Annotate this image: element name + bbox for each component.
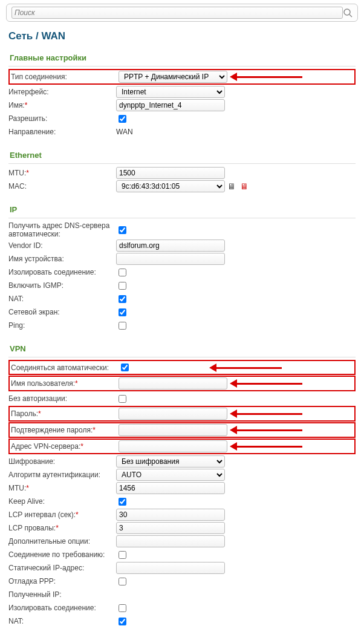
label-lcp-int: LCP интервал (сек): — [8, 510, 116, 519]
row-vpn-pass: Пароль: — [8, 406, 356, 422]
checkbox-dns-auto[interactable] — [119, 226, 126, 234]
input-vpn-mtu[interactable] — [116, 482, 225, 494]
arrow-annotation — [236, 411, 302, 416]
label-vpn-auth: Алгоритм аутентификации: — [8, 471, 116, 479]
select-conn-type[interactable]: PPTP + Динамический IP — [119, 71, 227, 83]
checkbox-vpn-isolate[interactable] — [119, 604, 126, 612]
label-vpn-server: Адрес VPN-сервера: — [11, 442, 119, 451]
input-name[interactable] — [116, 99, 225, 111]
section-vpn: VPN Соединяться автоматически: Имя польз… — [6, 342, 358, 626]
svg-point-0 — [344, 9, 350, 15]
search-icon — [343, 8, 353, 18]
row-vpn-auth: Алгоритм аутентификации: AUTO — [8, 468, 356, 481]
row-vendor: Vendor ID: — [8, 239, 356, 252]
label-vpn-pass: Пароль: — [11, 409, 119, 418]
monitor-strike-icon[interactable]: 🖥 — [240, 181, 249, 191]
input-vpn-user[interactable] — [119, 377, 227, 390]
row-vpn-keep: Keep Alive: — [8, 495, 356, 508]
label-vpn-noauth: Без авторизации: — [8, 394, 116, 403]
input-vendor[interactable] — [116, 240, 225, 252]
svg-line-1 — [349, 15, 352, 17]
label-dns-auto: Получить адрес DNS-сервера автоматически… — [8, 221, 116, 238]
checkbox-allow[interactable] — [119, 115, 126, 123]
section-ethernet: Ethernet MTU: MAC: 9c:d6:43:3d:01:05 🖥 🖥 — [6, 148, 358, 197]
row-vpn-noauth: Без авторизации: — [8, 392, 356, 405]
input-vpn-pass[interactable] — [119, 408, 227, 420]
label-vpn-pass2: Подтверждение пароля: — [11, 426, 119, 434]
checkbox-ip-fw[interactable] — [119, 308, 126, 316]
row-recvip: Полученный IP: — [8, 588, 356, 601]
input-eth-mtu[interactable] — [116, 167, 225, 179]
label-vpn-user: Имя пользователя: — [11, 379, 119, 388]
input-addopt[interactable] — [116, 535, 225, 547]
monitor-icon[interactable]: 🖥 — [227, 181, 236, 191]
row-mac: MAC: 9c:d6:43:3d:01:05 🖥 🖥 — [8, 180, 356, 193]
row-name: Имя: — [8, 99, 356, 112]
checkbox-vpn-noauth[interactable] — [119, 395, 126, 403]
label-ondemand: Соединение по требованию: — [8, 550, 116, 559]
label-devname: Имя устройства: — [8, 255, 116, 263]
checkbox-ip-ping[interactable] — [119, 322, 126, 330]
checkbox-ondemand[interactable] — [119, 551, 126, 559]
section-ip: IP Получить адрес DNS-сервера автоматиче… — [6, 203, 358, 336]
checkbox-ip-nat[interactable] — [119, 295, 126, 303]
select-vpn-auth[interactable]: AUTO — [116, 469, 225, 481]
row-pppdbg: Отладка PPP: — [8, 575, 356, 588]
checkbox-igmp[interactable] — [119, 282, 126, 290]
section-main-title: Главные настройки — [8, 51, 356, 67]
row-lcp-int: LCP интервал (сек): — [8, 508, 356, 521]
section-ip-title: IP — [8, 203, 356, 218]
label-interface: Интерфейс: — [8, 88, 116, 96]
select-interface[interactable]: Internet — [116, 86, 225, 98]
input-lcp-fail[interactable] — [116, 522, 225, 534]
search-box[interactable] — [6, 4, 358, 22]
label-vpn-auto: Соединяться автоматически: — [11, 364, 119, 372]
row-dns-auto: Получить адрес DNS-сервера автоматически… — [8, 221, 356, 239]
select-vpn-enc[interactable]: Без шифрования — [116, 455, 225, 468]
label-ip-isolate: Изолировать соединение: — [8, 268, 116, 276]
row-vpn-auto: Соединяться автоматически: — [8, 360, 356, 375]
search-input[interactable] — [11, 7, 343, 19]
arrow-annotation — [236, 444, 302, 449]
input-vpn-server[interactable] — [119, 440, 227, 452]
arrow-annotation — [236, 381, 302, 386]
checkbox-ip-isolate[interactable] — [119, 269, 126, 276]
row-vpn-server: Адрес VPN-сервера: — [8, 439, 356, 454]
input-devname[interactable] — [116, 253, 225, 265]
checkbox-vpn-nat[interactable] — [119, 618, 126, 625]
input-lcp-int[interactable] — [116, 509, 225, 521]
input-staticip[interactable] — [116, 562, 225, 574]
arrow-annotation — [236, 74, 302, 79]
select-mac[interactable]: 9c:d6:43:3d:01:05 — [116, 180, 225, 192]
section-vpn-title: VPN — [8, 342, 356, 357]
label-lcp-fail: LCP провалы: — [8, 524, 116, 532]
checkbox-pppdbg[interactable] — [119, 578, 126, 585]
label-direction: Направление: — [8, 128, 116, 136]
label-eth-mtu: MTU: — [8, 169, 116, 177]
row-ondemand: Соединение по требованию: — [8, 548, 356, 561]
row-vpn-pass2: Подтверждение пароля: — [8, 422, 356, 438]
label-vendor: Vendor ID: — [8, 241, 116, 250]
label-recvip: Полученный IP: — [8, 590, 116, 599]
label-conn-type: Тип соединения: — [11, 73, 119, 81]
row-vpn-isolate: Изолировать соединение: — [8, 601, 356, 615]
row-vpn-nat: NAT: — [8, 615, 356, 626]
checkbox-vpn-auto[interactable] — [121, 364, 129, 371]
label-staticip: Статический IP-адрес: — [8, 564, 116, 572]
label-mac: MAC: — [8, 182, 116, 191]
label-igmp: Включить IGMP: — [8, 281, 116, 290]
breadcrumb: Сеть / WAN — [8, 30, 358, 42]
section-main: Главные настройки Тип соединения: PPTP +… — [6, 51, 358, 142]
row-conn-type: Тип соединения: PPTP + Динамический IP — [8, 69, 356, 85]
checkbox-vpn-keep[interactable] — [119, 498, 126, 506]
row-eth-mtu: MTU: — [8, 166, 356, 180]
label-pppdbg: Отладка PPP: — [8, 577, 116, 585]
row-direction: Направление: WAN — [8, 125, 356, 139]
row-addopt: Дополнительные опции: — [8, 535, 356, 548]
label-ip-fw: Сетевой экран: — [8, 308, 116, 316]
label-ip-ping: Ping: — [8, 321, 116, 330]
input-vpn-pass2[interactable] — [119, 424, 227, 436]
row-devname: Имя устройства: — [8, 252, 356, 266]
label-vpn-isolate: Изолировать соединение: — [8, 604, 116, 612]
section-ethernet-title: Ethernet — [8, 148, 356, 164]
